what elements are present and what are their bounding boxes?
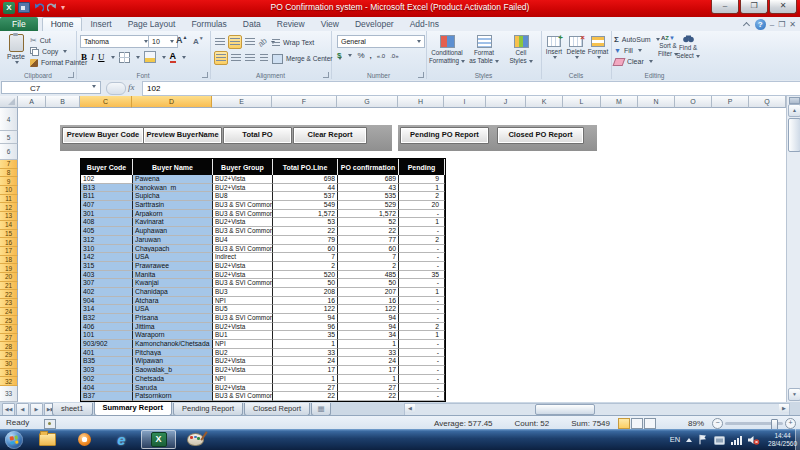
cell[interactable]: 405 [81,227,133,236]
macro-button-preview-buyername[interactable]: Preview BuyerName [143,127,222,144]
cell[interactable]: 1 [338,375,399,384]
cell[interactable]: 904 [81,297,133,306]
paste-button[interactable]: Paste [3,34,29,64]
format-as-table-button[interactable]: Format as Table [466,35,502,64]
cell[interactable]: - [399,297,445,306]
cell[interactable]: 9 [399,175,445,184]
scroll-left-icon[interactable]: ◀ [405,404,415,413]
ribbon-tab-review[interactable]: Review [269,17,313,31]
align-top-icon[interactable] [214,36,226,48]
row-header-11[interactable]: 11 [0,195,18,204]
cell[interactable]: 698 [273,175,338,184]
minimize-ribbon-icon[interactable] [742,20,751,29]
cell[interactable]: 35 [273,331,338,340]
cell[interactable]: - [399,305,445,314]
ribbon-tab-insert[interactable]: Insert [82,17,119,31]
cell[interactable]: BU3 & SVI Common [213,227,273,236]
align-bottom-icon[interactable] [244,36,256,48]
cell[interactable]: 307 [81,279,133,288]
font-color-icon[interactable]: A [170,52,177,63]
cell[interactable]: Wipawan [133,357,213,366]
zoom-out-icon[interactable]: − [712,418,723,429]
cell[interactable]: 27 [338,384,399,393]
row-header-22[interactable]: 22 [0,290,18,299]
action-center-flag-icon[interactable] [698,434,708,445]
taskbar-paint-button[interactable] [178,430,213,449]
show-hidden-icons-icon[interactable] [686,438,692,442]
cell[interactable]: Waraporn [133,331,213,340]
row-header-24[interactable]: 24 [0,308,18,317]
wrap-text-button[interactable]: Wrap Text [272,37,314,48]
cell[interactable]: Prawrawee [133,262,213,271]
ribbon-tab-data[interactable]: Data [235,17,269,31]
row-header-32[interactable]: 32 [0,377,18,386]
minimize-button[interactable]: – [711,0,739,14]
cell[interactable]: 50 [273,279,338,288]
row-header-10[interactable]: 10 [0,186,18,195]
cell[interactable]: 402 [81,288,133,297]
cell[interactable]: 208 [273,288,338,297]
cell[interactable]: 1 [273,375,338,384]
cell[interactable]: 17 [338,366,399,375]
cell[interactable]: - [399,210,445,219]
cell[interactable]: BU2+Vista [213,384,273,393]
ribbon-tab-developer[interactable]: Developer [347,17,402,31]
column-header-L[interactable]: L [563,96,601,108]
cell[interactable]: 44 [273,184,338,193]
page-layout-view-icon[interactable] [631,418,643,429]
cell[interactable]: 77 [338,236,399,245]
column-header-J[interactable]: J [486,96,526,108]
cell[interactable]: BU2 [213,349,273,358]
cell[interactable]: B35 [81,357,133,366]
cell[interactable]: Supicha [133,192,213,201]
cell[interactable]: 142 [81,253,133,262]
cell[interactable]: 7 [338,253,399,262]
cell[interactable]: BU1 [213,331,273,340]
cell[interactable]: - [399,392,445,401]
cell-styles-button[interactable]: Cell Styles [504,35,538,64]
name-box[interactable]: C7 [1,81,101,94]
zoom-track[interactable] [725,422,783,425]
cell[interactable]: 24 [338,357,399,366]
cell[interactable]: NPI [213,340,273,349]
cell[interactable]: Pitchaya [133,349,213,358]
cell[interactable]: BU2+Vista [213,357,273,366]
cell[interactable]: 20 [399,201,445,210]
cell[interactable]: 1 [399,288,445,297]
column-header-I[interactable]: I [444,96,486,108]
row-header-9[interactable]: 9 [0,177,18,186]
row-header-29[interactable]: 29 [0,351,18,360]
ribbon-tab-view[interactable]: View [313,17,347,31]
cell[interactable]: 1 [399,184,445,193]
cell[interactable]: 2 [273,262,338,271]
cell[interactable]: BU4 [213,236,273,245]
cell[interactable]: Indirect [213,253,273,262]
cell[interactable]: 312 [81,236,133,245]
macro-button-total-po[interactable]: Total PO [223,127,292,144]
row-header-30[interactable]: 30 [0,360,18,369]
cell[interactable]: 52 [338,218,399,227]
cell[interactable]: 17 [273,366,338,375]
taskbar-explorer-button[interactable] [30,430,65,449]
cell[interactable]: 529 [338,201,399,210]
cell[interactable]: 902 [81,375,133,384]
cell[interactable]: 94 [338,314,399,323]
column-header-H[interactable]: H [398,96,444,108]
cell[interactable]: 60 [273,245,338,254]
zoom-slider[interactable]: − + [712,418,796,429]
vertical-scrollbar[interactable]: ▲ ▼ [786,96,800,402]
cell[interactable]: NPI [213,375,273,384]
cell[interactable]: 689 [338,175,399,184]
cell[interactable]: Chanidapa [133,288,213,297]
column-header-E[interactable]: E [212,96,272,108]
macro-button-pending-po-report[interactable]: Pending PO Report [400,127,489,144]
cell[interactable]: BU2+Vista [213,262,273,271]
cell[interactable]: - [399,366,445,375]
cell[interactable]: 22 [273,392,338,401]
cell[interactable]: BU3 & SVI Common [213,245,273,254]
cell[interactable]: - [399,357,445,366]
cell[interactable]: 7 [273,253,338,262]
cell[interactable]: B11 [81,192,133,201]
clear-button[interactable]: Clear [614,56,653,67]
align-left-icon[interactable] [214,51,228,65]
